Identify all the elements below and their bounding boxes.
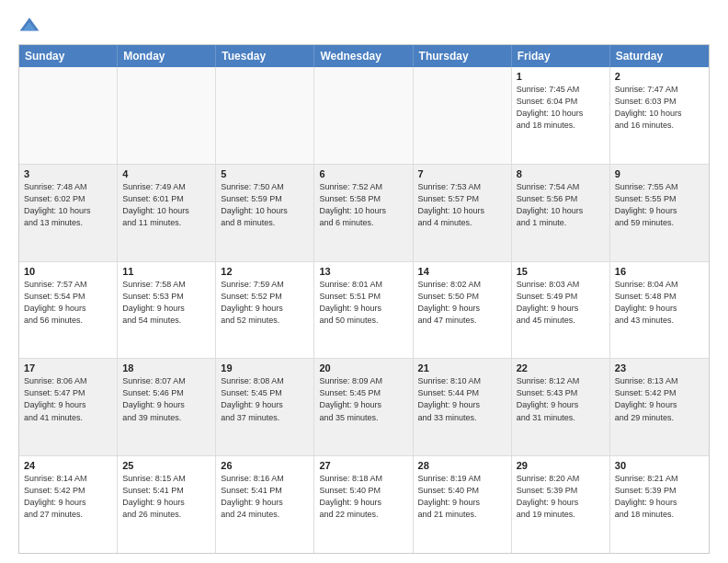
- day-cell-9: 9Sunrise: 7:55 AM Sunset: 5:55 PM Daylig…: [610, 165, 709, 261]
- day-cell-3: 3Sunrise: 7:48 AM Sunset: 6:02 PM Daylig…: [19, 165, 118, 261]
- day-info: Sunrise: 7:59 AM Sunset: 5:52 PM Dayligh…: [221, 279, 309, 327]
- header-day-wednesday: Wednesday: [314, 45, 413, 67]
- day-number: 21: [418, 362, 506, 373]
- day-cell-20: 20Sunrise: 8:09 AM Sunset: 5:45 PM Dayli…: [314, 359, 413, 455]
- day-cell-22: 22Sunrise: 8:12 AM Sunset: 5:43 PM Dayli…: [512, 359, 610, 455]
- day-number: 3: [24, 168, 112, 179]
- day-cell-24: 24Sunrise: 8:14 AM Sunset: 5:42 PM Dayli…: [19, 456, 118, 553]
- day-info: Sunrise: 7:50 AM Sunset: 5:59 PM Dayligh…: [221, 181, 309, 229]
- page-header: [18, 15, 710, 37]
- day-info: Sunrise: 7:47 AM Sunset: 6:03 PM Dayligh…: [615, 84, 704, 132]
- day-number: 6: [319, 168, 407, 179]
- header-day-thursday: Thursday: [414, 45, 512, 67]
- day-info: Sunrise: 7:48 AM Sunset: 6:02 PM Dayligh…: [24, 181, 112, 229]
- calendar-header: SundayMondayTuesdayWednesdayThursdayFrid…: [19, 45, 709, 67]
- day-info: Sunrise: 7:49 AM Sunset: 6:01 PM Dayligh…: [122, 181, 210, 229]
- day-number: 14: [418, 266, 506, 277]
- day-cell-30: 30Sunrise: 8:21 AM Sunset: 5:39 PM Dayli…: [610, 456, 709, 553]
- day-info: Sunrise: 8:13 AM Sunset: 5:42 PM Dayligh…: [615, 375, 704, 423]
- day-info: Sunrise: 7:45 AM Sunset: 6:04 PM Dayligh…: [517, 84, 605, 132]
- day-info: Sunrise: 8:19 AM Sunset: 5:40 PM Dayligh…: [418, 473, 506, 521]
- day-number: 23: [615, 362, 704, 373]
- day-number: 28: [418, 460, 506, 471]
- day-info: Sunrise: 8:16 AM Sunset: 5:41 PM Dayligh…: [221, 473, 309, 521]
- day-cell-27: 27Sunrise: 8:18 AM Sunset: 5:40 PM Dayli…: [314, 456, 413, 553]
- day-number: 27: [319, 460, 407, 471]
- day-cell-4: 4Sunrise: 7:49 AM Sunset: 6:01 PM Daylig…: [118, 165, 216, 261]
- day-number: 5: [221, 168, 309, 179]
- header-day-tuesday: Tuesday: [216, 45, 314, 67]
- day-number: 7: [418, 168, 506, 179]
- day-info: Sunrise: 7:57 AM Sunset: 5:54 PM Dayligh…: [24, 279, 112, 327]
- day-cell-16: 16Sunrise: 8:04 AM Sunset: 5:48 PM Dayli…: [610, 262, 709, 359]
- day-info: Sunrise: 8:07 AM Sunset: 5:46 PM Dayligh…: [122, 375, 210, 423]
- day-cell-17: 17Sunrise: 8:06 AM Sunset: 5:47 PM Dayli…: [19, 359, 118, 455]
- empty-cell: [414, 67, 512, 164]
- logo-icon: [18, 15, 40, 37]
- calendar: SundayMondayTuesdayWednesdayThursdayFrid…: [18, 44, 710, 554]
- day-cell-13: 13Sunrise: 8:01 AM Sunset: 5:51 PM Dayli…: [314, 262, 413, 359]
- day-info: Sunrise: 8:15 AM Sunset: 5:41 PM Dayligh…: [122, 473, 210, 521]
- day-number: 29: [517, 460, 605, 471]
- day-cell-23: 23Sunrise: 8:13 AM Sunset: 5:42 PM Dayli…: [610, 359, 709, 455]
- day-cell-26: 26Sunrise: 8:16 AM Sunset: 5:41 PM Dayli…: [216, 456, 314, 553]
- header-day-friday: Friday: [512, 45, 610, 67]
- calendar-row-2: 3Sunrise: 7:48 AM Sunset: 6:02 PM Daylig…: [19, 165, 709, 262]
- day-cell-12: 12Sunrise: 7:59 AM Sunset: 5:52 PM Dayli…: [216, 262, 314, 359]
- day-info: Sunrise: 8:02 AM Sunset: 5:50 PM Dayligh…: [418, 279, 506, 327]
- day-info: Sunrise: 7:54 AM Sunset: 5:56 PM Dayligh…: [517, 181, 605, 229]
- day-number: 1: [517, 71, 605, 82]
- day-info: Sunrise: 8:01 AM Sunset: 5:51 PM Dayligh…: [319, 279, 407, 327]
- calendar-row-3: 10Sunrise: 7:57 AM Sunset: 5:54 PM Dayli…: [19, 262, 709, 360]
- calendar-body: 1Sunrise: 7:45 AM Sunset: 6:04 PM Daylig…: [19, 67, 709, 553]
- day-cell-19: 19Sunrise: 8:08 AM Sunset: 5:45 PM Dayli…: [216, 359, 314, 455]
- header-day-sunday: Sunday: [19, 45, 118, 67]
- day-number: 20: [319, 362, 407, 373]
- day-number: 30: [615, 460, 704, 471]
- day-info: Sunrise: 8:03 AM Sunset: 5:49 PM Dayligh…: [517, 279, 605, 327]
- day-number: 8: [517, 168, 605, 179]
- day-info: Sunrise: 8:21 AM Sunset: 5:39 PM Dayligh…: [615, 473, 704, 521]
- day-cell-18: 18Sunrise: 8:07 AM Sunset: 5:46 PM Dayli…: [118, 359, 216, 455]
- empty-cell: [216, 67, 314, 164]
- day-cell-6: 6Sunrise: 7:52 AM Sunset: 5:58 PM Daylig…: [314, 165, 413, 261]
- day-number: 24: [24, 460, 112, 471]
- day-cell-14: 14Sunrise: 8:02 AM Sunset: 5:50 PM Dayli…: [414, 262, 512, 359]
- day-number: 25: [122, 460, 210, 471]
- day-info: Sunrise: 7:58 AM Sunset: 5:53 PM Dayligh…: [122, 279, 210, 327]
- calendar-row-4: 17Sunrise: 8:06 AM Sunset: 5:47 PM Dayli…: [19, 359, 709, 456]
- day-cell-8: 8Sunrise: 7:54 AM Sunset: 5:56 PM Daylig…: [512, 165, 610, 261]
- day-info: Sunrise: 8:10 AM Sunset: 5:44 PM Dayligh…: [418, 375, 506, 423]
- day-number: 2: [615, 71, 704, 82]
- day-cell-7: 7Sunrise: 7:53 AM Sunset: 5:57 PM Daylig…: [414, 165, 512, 261]
- day-cell-2: 2Sunrise: 7:47 AM Sunset: 6:03 PM Daylig…: [610, 67, 709, 164]
- day-info: Sunrise: 7:55 AM Sunset: 5:55 PM Dayligh…: [615, 181, 704, 229]
- day-cell-21: 21Sunrise: 8:10 AM Sunset: 5:44 PM Dayli…: [414, 359, 512, 455]
- day-number: 22: [517, 362, 605, 373]
- day-number: 11: [122, 266, 210, 277]
- day-number: 26: [221, 460, 309, 471]
- day-number: 19: [221, 362, 309, 373]
- day-number: 12: [221, 266, 309, 277]
- header-day-monday: Monday: [118, 45, 216, 67]
- logo: [18, 15, 44, 37]
- day-info: Sunrise: 7:52 AM Sunset: 5:58 PM Dayligh…: [319, 181, 407, 229]
- day-cell-28: 28Sunrise: 8:19 AM Sunset: 5:40 PM Dayli…: [414, 456, 512, 553]
- day-info: Sunrise: 8:20 AM Sunset: 5:39 PM Dayligh…: [517, 473, 605, 521]
- day-info: Sunrise: 8:09 AM Sunset: 5:45 PM Dayligh…: [319, 375, 407, 423]
- day-info: Sunrise: 8:06 AM Sunset: 5:47 PM Dayligh…: [24, 375, 112, 423]
- day-number: 10: [24, 266, 112, 277]
- day-number: 13: [319, 266, 407, 277]
- day-cell-10: 10Sunrise: 7:57 AM Sunset: 5:54 PM Dayli…: [19, 262, 118, 359]
- empty-cell: [314, 67, 413, 164]
- empty-cell: [118, 67, 216, 164]
- empty-cell: [19, 67, 118, 164]
- calendar-row-5: 24Sunrise: 8:14 AM Sunset: 5:42 PM Dayli…: [19, 456, 709, 553]
- day-cell-5: 5Sunrise: 7:50 AM Sunset: 5:59 PM Daylig…: [216, 165, 314, 261]
- day-cell-11: 11Sunrise: 7:58 AM Sunset: 5:53 PM Dayli…: [118, 262, 216, 359]
- day-number: 15: [517, 266, 605, 277]
- header-day-saturday: Saturday: [610, 45, 709, 67]
- day-cell-1: 1Sunrise: 7:45 AM Sunset: 6:04 PM Daylig…: [512, 67, 610, 164]
- day-info: Sunrise: 7:53 AM Sunset: 5:57 PM Dayligh…: [418, 181, 506, 229]
- day-number: 16: [615, 266, 704, 277]
